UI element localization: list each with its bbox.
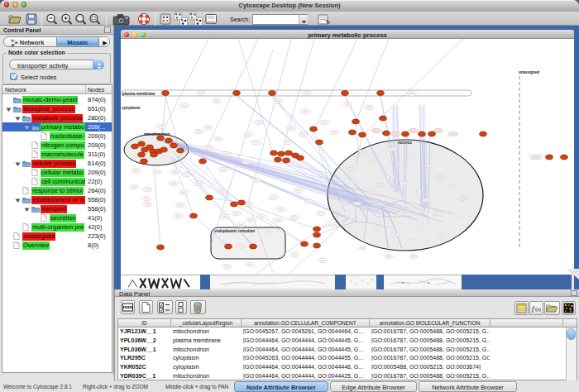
svg-text:endoplasmic reticulum: endoplasmic reticulum xyxy=(214,229,255,233)
svg-text:cytoplasm: cytoplasm xyxy=(122,106,140,110)
svg-text:(x): (x) xyxy=(535,307,541,312)
svg-text:plasma membrane: plasma membrane xyxy=(122,92,156,96)
svg-text:unassigned: unassigned xyxy=(519,70,539,74)
svg-text:mitochondrion: mitochondrion xyxy=(144,132,170,136)
